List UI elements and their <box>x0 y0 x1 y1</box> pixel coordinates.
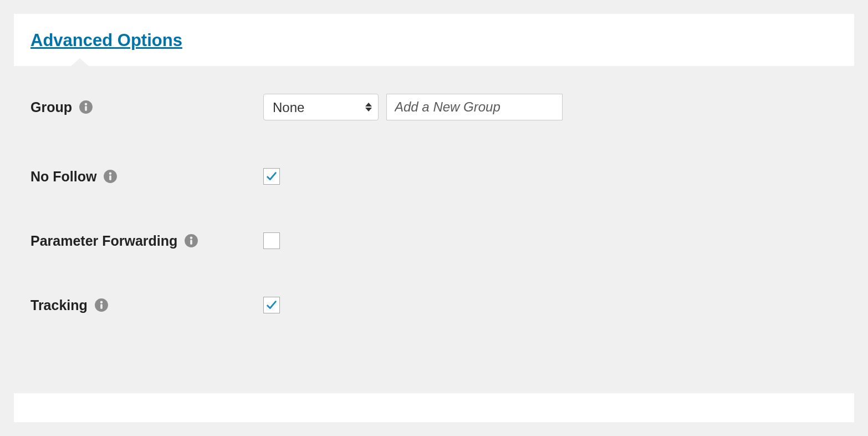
nofollow-control <box>263 168 280 185</box>
group-controls: None <box>263 94 563 120</box>
group-select-wrap: None <box>263 94 379 120</box>
svg-rect-2 <box>85 106 87 111</box>
group-label-col: Group <box>30 99 263 115</box>
settings-card: Advanced Options Group None <box>14 14 854 422</box>
svg-point-10 <box>100 301 103 304</box>
nofollow-row: No Follow <box>30 168 838 185</box>
info-icon[interactable] <box>94 298 109 312</box>
param-forwarding-label-col: Parameter Forwarding <box>30 233 263 249</box>
svg-point-7 <box>190 237 193 240</box>
svg-point-4 <box>109 173 112 175</box>
svg-point-1 <box>85 103 88 106</box>
param-forwarding-control <box>263 232 280 249</box>
group-label: Group <box>30 99 72 115</box>
nofollow-label-col: No Follow <box>30 169 263 185</box>
svg-rect-8 <box>191 240 193 245</box>
panel-notch <box>71 58 89 66</box>
nofollow-checkbox[interactable] <box>263 168 280 185</box>
tracking-label-col: Tracking <box>30 297 263 313</box>
tracking-row: Tracking <box>30 297 838 313</box>
param-forwarding-label: Parameter Forwarding <box>30 233 177 249</box>
svg-rect-5 <box>110 175 112 180</box>
tracking-checkbox[interactable] <box>263 297 280 313</box>
tracking-control <box>263 297 280 313</box>
panel-wrapper: Group None <box>14 66 854 393</box>
section-header: Advanced Options <box>14 14 854 66</box>
advanced-options-link[interactable]: Advanced Options <box>30 31 182 50</box>
svg-rect-11 <box>100 304 103 309</box>
nofollow-label: No Follow <box>30 169 96 185</box>
param-forwarding-checkbox[interactable] <box>263 232 280 249</box>
settings-panel: Group None <box>14 66 854 393</box>
info-icon[interactable] <box>103 169 118 184</box>
tracking-label: Tracking <box>30 297 88 313</box>
group-select[interactable]: None <box>263 94 379 120</box>
info-icon[interactable] <box>184 234 198 248</box>
group-row: Group None <box>30 94 838 120</box>
param-forwarding-row: Parameter Forwarding <box>30 232 838 249</box>
info-icon[interactable] <box>79 100 93 114</box>
add-group-input[interactable] <box>386 94 563 120</box>
